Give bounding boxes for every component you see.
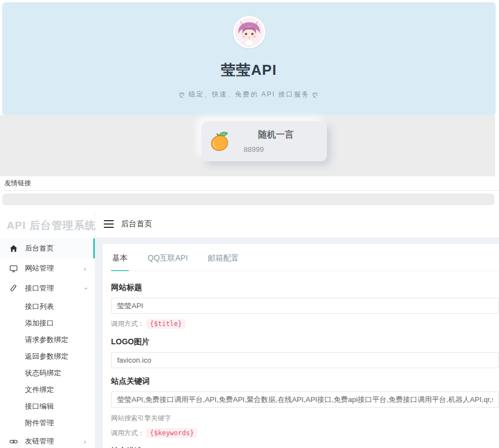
site-subtitle: ღ 稳定、快速、免费的 API 接口服务 ღ xyxy=(179,90,319,99)
call-method-line: 调用方式： {$keywords} xyxy=(111,428,499,438)
friend-links-title: 友情链接 xyxy=(4,179,31,188)
call-method-prefix: 调用方式： xyxy=(111,319,144,329)
sidebar-subitem-return-param-binding[interactable]: 返回参数绑定 xyxy=(0,348,95,365)
sidebar-item-label: 网站管理 xyxy=(25,263,54,273)
sidebar-subitem-label: 请求参数绑定 xyxy=(25,335,68,345)
sidebar-subitem-request-param-binding[interactable]: 请求参数绑定 xyxy=(0,332,95,348)
monitor-icon xyxy=(9,264,18,273)
sidebar-subitem-label: 接口列表 xyxy=(25,302,54,312)
anime-girl-avatar-icon xyxy=(235,18,264,47)
settings-tabs: 基本 QQ互联API 邮箱配置 xyxy=(111,244,499,271)
chevron-down-icon: › xyxy=(82,287,89,289)
keywords-helper-text: 网站搜索引擎关键字 xyxy=(111,414,499,423)
admin-panel: API 后台管理系统 后台首页 网站管理 › 接口管理 › 接口列表 添加接口 … xyxy=(0,211,499,448)
sidebar-subitem-status-code-binding[interactable]: 状态码绑定 xyxy=(0,365,95,381)
chain-link-icon xyxy=(9,437,18,446)
sidebar-subitem-api-list[interactable]: 接口列表 xyxy=(0,298,95,315)
quote-card-body: 随机一言 88999 xyxy=(231,129,320,154)
home-icon xyxy=(9,244,18,253)
quote-card-count: 88999 xyxy=(231,145,320,154)
site-title: 莹莹API xyxy=(221,60,276,80)
sidebar-subitem-label: 接口编辑 xyxy=(25,401,54,411)
tab-basic[interactable]: 基本 xyxy=(111,249,129,271)
sidebar-subitem-label: 添加接口 xyxy=(25,318,54,328)
site-keywords-label: 站点关键词 xyxy=(111,376,499,386)
sidebar-subitem-api-edit[interactable]: 接口编辑 xyxy=(0,398,95,415)
sidebar-item-friend-link-management[interactable]: 友链管理 › xyxy=(0,431,95,448)
sidebar-subitem-attachment-management[interactable]: 附件管理 xyxy=(0,415,95,431)
admin-brand-title: API 后台管理系统 xyxy=(0,211,95,238)
sidebar-subitem-add-api[interactable]: 添加接口 xyxy=(0,315,95,332)
friend-links-empty-strip xyxy=(2,194,495,205)
logo-image-input[interactable] xyxy=(111,352,499,368)
chevron-right-icon: › xyxy=(84,265,86,272)
sidebar-item-api-management[interactable]: 接口管理 › xyxy=(0,278,95,298)
sidebar-item-website-management[interactable]: 网站管理 › xyxy=(0,258,95,278)
sidebar-item-dashboard[interactable]: 后台首页 xyxy=(0,238,95,258)
sidebar-subitem-label: 附件管理 xyxy=(25,418,54,428)
friend-links-section: 友情链接 xyxy=(0,176,499,191)
site-title-label: 网站标题 xyxy=(111,283,499,293)
sidebar-item-label: 后台首页 xyxy=(25,243,54,253)
mango-icon xyxy=(208,130,231,153)
hero-banner: 莹莹API ღ 稳定、快速、免费的 API 接口服务 ღ xyxy=(2,2,496,115)
title-variable-code: {$title} xyxy=(147,319,185,329)
avatar xyxy=(233,16,265,48)
logo-image-label: LOGO图片 xyxy=(111,337,499,347)
tab-mail-config[interactable]: 邮箱配置 xyxy=(206,249,240,271)
call-method-prefix: 调用方式： xyxy=(111,429,144,438)
basic-settings-form: 网站标题 调用方式： {$title} LOGO图片 站点关键词 网站搜索引擎关… xyxy=(111,271,499,448)
paperclip-icon xyxy=(9,284,18,293)
topbar-title: 后台首页 xyxy=(121,219,152,229)
settings-panel: 基本 QQ互联API 邮箱配置 网站标题 调用方式： {$title} LOGO… xyxy=(103,244,499,448)
sidebar-subitem-label: 状态码绑定 xyxy=(25,368,61,378)
admin-content-background: 基本 QQ互联API 邮箱配置 网站标题 调用方式： {$title} LOGO… xyxy=(95,237,499,448)
sidebar-subitem-label: 返回参数绑定 xyxy=(25,352,68,362)
tab-qq-connect-api[interactable]: QQ互联API xyxy=(147,249,189,271)
sidebar-subitem-label: 文件绑定 xyxy=(25,385,54,395)
quote-card-title: 随机一言 xyxy=(231,129,320,141)
sidebar-subitem-file-binding[interactable]: 文件绑定 xyxy=(0,381,95,398)
admin-sidebar: API 后台管理系统 后台首页 网站管理 › 接口管理 › 接口列表 添加接口 … xyxy=(0,211,95,448)
sidebar-item-label: 友链管理 xyxy=(25,436,54,446)
hamburger-menu-icon[interactable] xyxy=(104,220,114,228)
site-keywords-input[interactable] xyxy=(111,391,499,408)
sidebar-item-label: 接口管理 xyxy=(25,283,54,293)
call-method-line: 调用方式： {$title} xyxy=(111,319,499,329)
admin-topbar: 后台首页 xyxy=(95,211,499,237)
random-quote-card[interactable]: 随机一言 88999 xyxy=(201,121,327,161)
keywords-variable-code: {$keywords} xyxy=(147,428,197,438)
chevron-right-icon: › xyxy=(84,438,86,445)
site-title-input[interactable] xyxy=(111,298,499,314)
